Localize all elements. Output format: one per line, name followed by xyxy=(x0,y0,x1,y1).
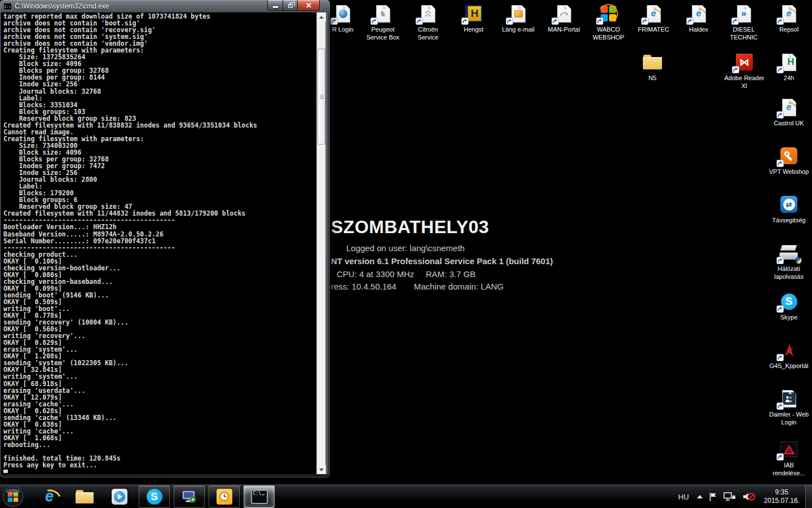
bginfo-ip-address: ress: 10.4.50.164 xyxy=(331,282,396,291)
close-button[interactable] xyxy=(297,0,320,11)
shortcut-arrow-icon xyxy=(776,402,784,410)
clock[interactable]: 9:35 2015.07.16. xyxy=(764,488,800,505)
desktop-icon-label: WABCOWEBSHOP xyxy=(593,25,624,41)
shortcut-arrow-icon xyxy=(506,17,513,25)
daimler-web-login-icon xyxy=(778,388,800,409)
taskbar-button-remote-desktop[interactable] xyxy=(174,485,205,508)
taskbar-button-internet-explorer[interactable]: e xyxy=(34,485,65,508)
citroen-service-icon xyxy=(417,3,439,24)
show-desktop-button[interactable] xyxy=(805,485,812,508)
desktop-icon-n5-folder[interactable]: N5 xyxy=(626,52,678,82)
taskbar-buttons: eS C:\ xyxy=(34,485,279,508)
desktop-icon-lang-email[interactable]: Láng e-mail xyxy=(492,3,544,33)
shortcut-arrow-icon xyxy=(776,111,784,119)
iab-rendelese-icon xyxy=(778,439,800,459)
desktop-icon-tavsegitseg[interactable]: ⇄Távsegitség xyxy=(763,194,812,224)
shortcut-arrow-icon xyxy=(731,17,739,25)
man-portal-icon xyxy=(553,3,575,24)
console-scrollbar[interactable] xyxy=(316,12,325,474)
desktop-icon-label: IABrendelése... xyxy=(773,461,805,477)
skype-icon: S xyxy=(147,489,162,505)
console-cursor xyxy=(3,470,8,473)
desktop-icon-peugeot-service-box[interactable]: ♞ PeugeotService Box xyxy=(357,3,409,41)
language-indicator[interactable]: HU xyxy=(678,493,689,501)
desktop-icon-frimatec[interactable]: e FRIMATEC xyxy=(628,3,679,33)
cmd-titlebar[interactable]: C:\ C:\Windows\system32\cmd.exe xyxy=(0,0,330,12)
diesel-technic-icon: » xyxy=(732,3,755,24)
start-button[interactable] xyxy=(0,485,26,508)
volume-muted-icon[interactable] xyxy=(742,492,756,502)
taskbar-button-windows-media-player[interactable] xyxy=(104,485,135,508)
taskbar-button-skype[interactable]: S xyxy=(139,485,170,508)
desktop-icon-label: 24h xyxy=(784,74,794,82)
tray-date: 2015.07.16. xyxy=(764,497,800,505)
scrollbar-thumb[interactable] xyxy=(317,49,325,144)
halozati-lapolvasas-icon xyxy=(778,243,800,263)
console-output[interactable]: target reported max download size of 107… xyxy=(1,12,316,474)
shortcut-arrow-icon xyxy=(370,17,378,25)
scroll-down-button[interactable] xyxy=(317,465,326,474)
desktop-icon-label: Daimler - WebLogin xyxy=(769,410,809,426)
shortcut-arrow-icon xyxy=(776,66,784,73)
cmd-icon: C:\ xyxy=(251,489,268,504)
shortcut-arrow-icon xyxy=(461,17,469,25)
cmd-window-icon: C:\ xyxy=(3,3,12,10)
desktop-icon-castrol-uk[interactable]: e Castrol UK xyxy=(763,97,812,127)
desktop-icon-wabco-webshop[interactable]: WABCOWEBSHOP xyxy=(582,3,634,41)
shortcut-arrow-icon xyxy=(551,17,559,25)
show-hidden-icons-arrow[interactable] xyxy=(697,495,703,498)
shortcut-arrow-icon xyxy=(776,257,784,264)
desktop-icon-haldex[interactable]: e Haldex xyxy=(673,3,725,33)
window-right-frame xyxy=(325,12,329,474)
taskbar-button-cmd[interactable]: C:\ xyxy=(244,485,275,508)
n5-folder-icon xyxy=(641,52,664,72)
desktop-icon-vpt-webshop[interactable]: VPT Webshop xyxy=(763,146,812,176)
peugeot-service-box-icon: ♞ xyxy=(372,3,394,24)
close-icon xyxy=(306,2,312,8)
action-center-flag-icon[interactable] xyxy=(709,492,717,502)
scroll-up-button[interactable] xyxy=(317,12,326,21)
bginfo-logged-on: Logged on user: lang\csnemeth xyxy=(346,243,465,253)
castrol-uk-icon: e xyxy=(778,97,800,117)
desktop-icon-repsol[interactable]: e Repsol xyxy=(763,3,812,33)
lang-email-icon xyxy=(507,3,529,24)
desktop-icon-label: N5 xyxy=(648,74,656,82)
desktop-icon-citroen-service[interactable]: CitroënService xyxy=(402,3,454,41)
taskbar-button-outlook[interactable] xyxy=(209,485,240,508)
shortcut-arrow-icon xyxy=(686,17,694,25)
bginfo-os-line: NT version 6.1 Professional Service Pack… xyxy=(331,256,553,266)
desktop-icon-label: Adobe ReaderXI xyxy=(725,74,765,90)
desktop-icon-iab-rendelese[interactable]: IABrendelése... xyxy=(763,439,812,477)
network-icon[interactable] xyxy=(723,492,736,502)
system-tray: HU 9:35 xyxy=(678,485,812,508)
desktop-icon-label: DIESELTECHNIC xyxy=(730,25,758,41)
tavsegitseg-icon: ⇄ xyxy=(778,194,800,214)
frimatec-icon: e xyxy=(642,3,665,24)
desktop-icon-skype[interactable]: S Skype xyxy=(763,291,812,321)
media-player-icon xyxy=(112,489,127,505)
shortcut-arrow-icon xyxy=(732,66,739,73)
shortcut-arrow-icon xyxy=(330,17,338,25)
desktop-icon-halozati-lapolvasas[interactable]: Hálózatilapolvasás xyxy=(763,243,812,281)
maximize-restore-button[interactable] xyxy=(283,0,297,11)
desktop-icon-label: CitroënService xyxy=(418,25,439,41)
skype-icon: S xyxy=(778,291,800,312)
minimize-button[interactable] xyxy=(267,0,283,11)
tray-time: 9:35 xyxy=(764,488,800,497)
windows-orb-icon xyxy=(2,485,24,508)
desktop-icon-label: Láng e-mail xyxy=(502,25,534,33)
uac-shield-icon xyxy=(796,257,802,264)
desktop-icon-label: Repsol xyxy=(779,25,798,33)
desktop-icon-diesel-technic[interactable]: » DIESELTECHNIC xyxy=(718,3,770,41)
desktop: R Login♞ PeugeotService Box CitroënServi… xyxy=(0,0,812,508)
wabco-webshop-icon xyxy=(597,3,620,24)
desktop-icon-label: R Login xyxy=(332,25,354,33)
taskbar: eS C:\ HU xyxy=(0,484,812,508)
taskbar-button-windows-explorer[interactable] xyxy=(69,485,100,508)
desktop-icon-24h[interactable]: H 24h xyxy=(763,52,812,82)
shortcut-arrow-icon xyxy=(776,453,784,461)
desktop-icon-daimler-web-login[interactable]: Daimler - WebLogin xyxy=(763,388,812,426)
cmd-window-title: C:\Windows\system32\cmd.exe xyxy=(15,2,109,10)
repsol-icon: e xyxy=(778,3,800,24)
desktop-icon-g4s-kpportal[interactable]: G4S_Kpportál xyxy=(763,340,812,370)
